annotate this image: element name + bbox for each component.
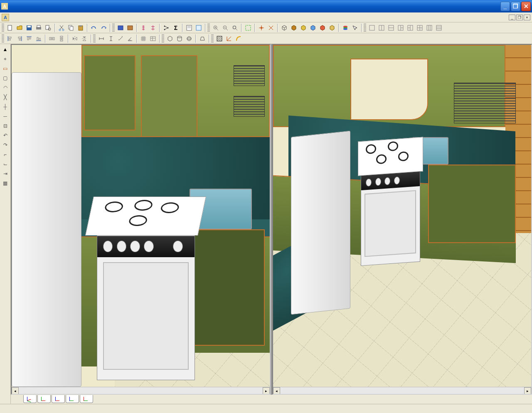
scroll-right-icon[interactable]: ▸ — [524, 387, 531, 394]
toolbar-grip-icon[interactable] — [2, 24, 4, 32]
tree-button[interactable] — [162, 23, 171, 32]
grid-button[interactable] — [139, 34, 148, 43]
snap-grid-button[interactable]: ┼ — [1, 102, 10, 111]
menu-help[interactable] — [52, 17, 59, 18]
distribute-v-button[interactable] — [57, 34, 66, 43]
cube-mix2-button[interactable] — [328, 23, 337, 32]
viewport-canvas[interactable] — [273, 45, 531, 387]
extrude-button[interactable] — [198, 34, 207, 43]
menu-window[interactable] — [46, 17, 52, 18]
layout2v-button[interactable] — [387, 23, 396, 32]
mirror-h-button[interactable] — [70, 34, 79, 43]
scroll-right-icon[interactable]: ▸ — [263, 387, 270, 394]
list-button[interactable] — [194, 23, 203, 32]
layout4-button[interactable] — [415, 23, 424, 32]
print-preview-button[interactable] — [44, 23, 53, 32]
dim-tool-button[interactable]: ⊟ — [1, 121, 10, 130]
rotate-cw-button[interactable]: ↷ — [1, 140, 10, 150]
menu-edit[interactable] — [19, 17, 26, 18]
open-button[interactable] — [15, 23, 24, 32]
align-right-button[interactable] — [15, 34, 24, 43]
config2-button[interactable] — [148, 23, 158, 32]
hatch-button[interactable] — [215, 34, 224, 43]
rotate-ccw-button[interactable]: ↶ — [1, 131, 10, 140]
config-button[interactable] — [139, 23, 148, 32]
select-tool-button[interactable]: ⌖ — [1, 54, 10, 64]
select-box-button[interactable] — [244, 23, 253, 32]
close-button[interactable]: ✕ — [521, 2, 531, 11]
mdi-restore-button[interactable]: ❐ — [516, 15, 523, 20]
cut-button[interactable] — [57, 23, 66, 32]
document-icon[interactable]: A — [2, 14, 9, 21]
view-tab-perspective[interactable] — [23, 395, 37, 403]
corner-tool-button[interactable]: ⌙ — [1, 160, 10, 169]
draw-panel-button[interactable]: ▢ — [1, 74, 10, 83]
layer-button[interactable] — [341, 23, 350, 32]
scrollbar-h[interactable]: ◂ ▸ — [12, 387, 270, 394]
print-button[interactable] — [34, 23, 43, 32]
form-button[interactable] — [185, 23, 194, 32]
align-bottom-button[interactable] — [34, 34, 43, 43]
draw-line-button[interactable]: ╳ — [1, 93, 10, 102]
mdi-close-button[interactable]: × — [524, 15, 530, 20]
component-button[interactable]: ▦ — [1, 179, 10, 188]
dim-v-button[interactable] — [106, 34, 116, 43]
align-left-button[interactable] — [5, 34, 15, 43]
cube-wire-button[interactable] — [280, 23, 289, 32]
paste-button[interactable] — [76, 23, 85, 32]
view-tab-front[interactable] — [52, 395, 65, 403]
texture-button[interactable] — [126, 23, 135, 32]
toolbar-grip-icon[interactable] — [112, 24, 115, 32]
toolbar-grip-icon[interactable] — [2, 34, 4, 43]
menu-service[interactable] — [39, 17, 46, 18]
maximize-button[interactable]: ❐ — [511, 2, 520, 11]
layout1-button[interactable] — [367, 23, 377, 32]
mirror-v-button[interactable] — [80, 34, 89, 43]
scrollbar-h[interactable]: ◂ ▸ — [273, 387, 531, 394]
zoom-in-button[interactable] — [211, 23, 220, 32]
layout-3row-button[interactable] — [434, 23, 443, 32]
menu-project[interactable] — [32, 17, 39, 18]
scroll-left-icon[interactable]: ◂ — [12, 387, 19, 394]
align-top-button[interactable] — [25, 34, 34, 43]
snap-cross-button[interactable] — [266, 23, 276, 32]
layout3b-button[interactable] — [406, 23, 415, 32]
zoom-out-button[interactable] — [221, 23, 230, 32]
dim-angle-button[interactable] — [126, 34, 135, 43]
pointer-tool-button[interactable]: ▲ — [1, 45, 10, 54]
cylinder-button[interactable] — [175, 34, 184, 43]
cube-color-button[interactable] — [299, 23, 308, 32]
box-add-button[interactable] — [165, 34, 175, 43]
layout2h-button[interactable] — [377, 23, 386, 32]
viewport-right[interactable]: ◂ ▸ — [272, 44, 532, 395]
edge-tool-button[interactable]: ⌐ — [1, 150, 10, 159]
distribute-h-button[interactable] — [47, 34, 57, 43]
dim-h-button[interactable] — [97, 34, 106, 43]
toolbar-grip-icon[interactable] — [207, 24, 210, 32]
view-tab-plan[interactable] — [37, 395, 51, 403]
scroll-left-icon[interactable]: ◂ — [273, 387, 280, 394]
menu-file[interactable] — [12, 17, 19, 18]
dim-align-button[interactable] — [116, 34, 125, 43]
curve-button[interactable] — [234, 34, 243, 43]
minimize-button[interactable]: _ — [500, 2, 510, 11]
panel-button[interactable] — [116, 23, 125, 32]
cube-solid-button[interactable] — [289, 23, 298, 32]
extrude-tool-button[interactable]: ⇥ — [1, 169, 10, 178]
viewport-canvas[interactable] — [12, 45, 270, 387]
cube-texture-button[interactable] — [308, 23, 318, 32]
copy-button[interactable] — [66, 23, 76, 32]
layout3a-button[interactable] — [396, 23, 405, 32]
toolbar-grip-icon[interactable] — [93, 34, 96, 43]
toolbar-grip-icon[interactable] — [162, 34, 164, 43]
redo-button[interactable] — [99, 23, 108, 32]
zoom-fit-button[interactable] — [230, 23, 239, 32]
table-button[interactable] — [148, 34, 158, 43]
sphere-button[interactable] — [185, 34, 194, 43]
mdi-minimize-button[interactable]: _ — [509, 15, 515, 20]
undo-button[interactable] — [89, 23, 99, 32]
viewport-left[interactable]: ◂ ▸ — [11, 44, 271, 395]
layout-3col-button[interactable] — [425, 23, 434, 32]
cube-mix1-button[interactable] — [318, 23, 327, 32]
axis-button[interactable] — [224, 34, 234, 43]
